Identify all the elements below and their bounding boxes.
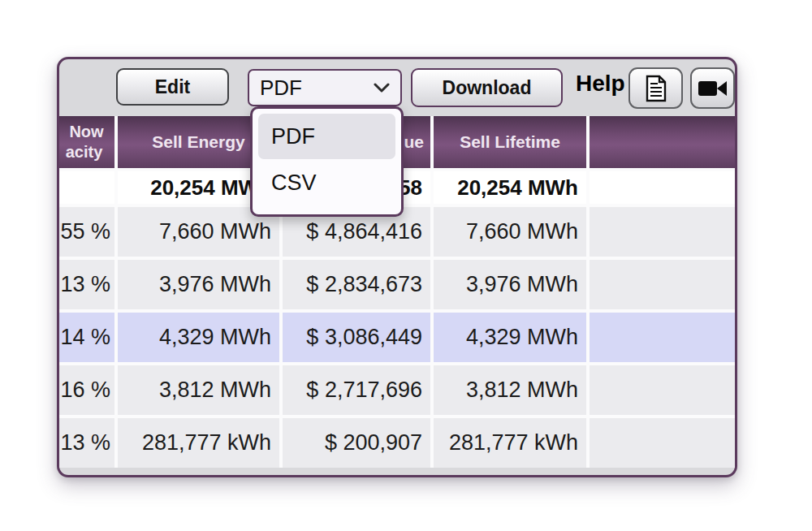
cell-lifetime[interactable]: 7,660 MWh <box>434 207 586 257</box>
chevron-down-icon <box>374 83 390 93</box>
totals-lifetime: 20,254 MWh <box>434 171 586 204</box>
cell-capacity[interactable]: 16 % <box>57 365 114 415</box>
document-icon <box>645 75 667 102</box>
edit-button[interactable]: Edit <box>116 68 229 106</box>
cell-extra[interactable] <box>590 418 735 468</box>
header-sell-lifetime: Sell Lifetime <box>434 116 586 168</box>
cell-lifetime[interactable]: 281,777 kWh <box>434 418 586 468</box>
cell-energy[interactable]: 3,812 MWh <box>118 365 279 415</box>
help-video-button[interactable] <box>690 67 735 109</box>
cell-capacity[interactable]: 55 % <box>57 207 114 257</box>
menu-option-csv[interactable]: CSV <box>258 160 395 205</box>
cell-energy[interactable]: 281,777 kWh <box>118 418 279 468</box>
cell-revenue[interactable]: $ 2,834,673 <box>283 260 430 309</box>
cell-lifetime[interactable]: 4,329 MWh <box>434 313 586 362</box>
cell-capacity[interactable]: 13 % <box>57 418 114 468</box>
format-select-value: PDF <box>260 76 302 101</box>
cell-capacity[interactable]: 14 % <box>57 313 114 362</box>
cell-energy[interactable]: 3,976 MWh <box>118 260 279 309</box>
header-extra <box>590 116 735 168</box>
download-button[interactable]: Download <box>411 68 563 107</box>
cell-lifetime[interactable]: 3,976 MWh <box>434 260 586 309</box>
video-camera-icon <box>698 79 728 98</box>
header-capacity-line1: Now <box>69 122 103 142</box>
header-capacity-line2: acity <box>66 142 103 162</box>
menu-option-pdf[interactable]: PDF <box>258 114 395 159</box>
cell-energy[interactable]: 4,329 MWh <box>118 313 279 362</box>
cell-revenue[interactable]: $ 3,086,449 <box>283 313 430 362</box>
cell-extra[interactable] <box>590 260 735 309</box>
cell-extra[interactable] <box>590 207 735 257</box>
help-document-button[interactable] <box>628 67 683 109</box>
format-dropdown-menu: PDFCSV <box>250 106 404 217</box>
header-capacity: Nowacity <box>57 116 114 168</box>
format-select[interactable]: PDF <box>248 69 402 106</box>
totals-capacity <box>57 171 114 204</box>
cell-extra[interactable] <box>590 313 735 362</box>
cell-extra[interactable] <box>590 365 735 415</box>
report-panel: NowacitySell EnergyueSell Lifetime20,254… <box>57 57 737 477</box>
cell-revenue[interactable]: $ 200,907 <box>283 418 430 468</box>
totals-extra <box>590 171 735 204</box>
cell-revenue[interactable]: $ 2,717,696 <box>283 365 430 415</box>
cell-lifetime[interactable]: 3,812 MWh <box>434 365 586 415</box>
cell-capacity[interactable]: 13 % <box>57 260 114 309</box>
help-label: Help <box>576 71 625 97</box>
